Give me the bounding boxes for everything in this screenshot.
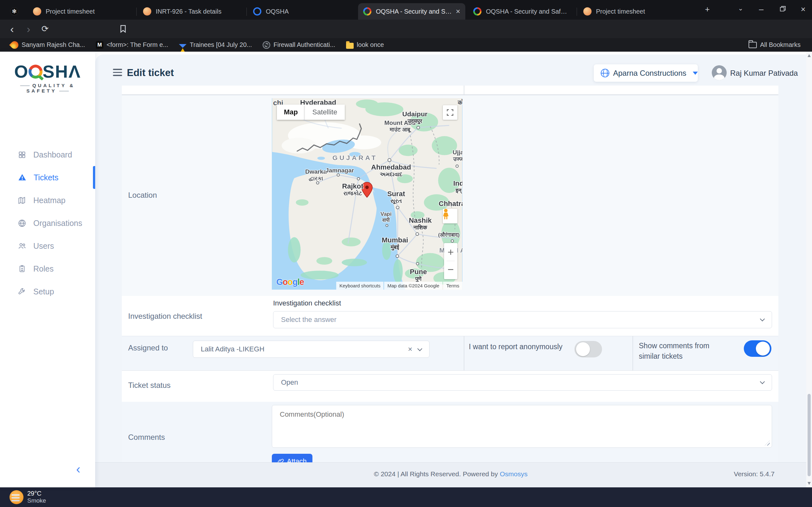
sidebar-item-label: Organisations [33, 219, 82, 228]
map-canvas[interactable] [272, 98, 462, 290]
window-close-button[interactable]: × [797, 4, 809, 14]
pegman-streetview-control[interactable] [443, 209, 457, 223]
fullscreen-button[interactable] [443, 105, 457, 120]
taskbar-weather[interactable]: 29°C Smoke [9, 490, 46, 504]
bookmark-icon[interactable] [119, 24, 128, 35]
ticket-status-value: Open [281, 378, 298, 387]
pinned-tab-chatgpt[interactable]: ✻ [4, 3, 25, 20]
all-bookmarks-button[interactable]: All Bookmarks [749, 41, 801, 49]
tab-close-icon[interactable]: × [456, 7, 460, 16]
keyboard-shortcuts-link[interactable]: Keyboard shortcuts [336, 282, 384, 290]
map-type-button[interactable]: Map [277, 105, 305, 120]
form-row-investigation: Investigation checklist Investigation ch… [122, 296, 778, 336]
chevron-down-icon [760, 379, 765, 384]
sidebar-item-organisations[interactable]: Organisations [0, 212, 95, 234]
all-bookmarks-label: All Bookmarks [760, 41, 801, 49]
tab-divider [577, 8, 577, 16]
investigation-select[interactable]: Select the answer [273, 311, 772, 328]
sidebar-item-heatmap[interactable]: Heatmap [0, 189, 95, 212]
sidebar-item-label: Setup [33, 287, 54, 296]
tab-oqsha-security-2[interactable]: OQSHA - Security and Safety | Rapi [468, 3, 575, 20]
logo-tagline: —— QUALITY & SAFETY —— [0, 83, 95, 94]
show-comments-toggle[interactable] [744, 340, 771, 357]
tab-project-timesheet[interactable]: Project timesheet [28, 3, 135, 20]
clear-icon[interactable]: × [408, 345, 412, 354]
bookmark-label: Sanyam Rajesh Cha... [21, 41, 85, 49]
peach-icon [33, 7, 41, 15]
osmosys-link[interactable]: Osmosys [500, 470, 528, 477]
flame-icon [9, 40, 20, 50]
toggle-knob [576, 342, 590, 356]
anonymous-toggle[interactable] [574, 341, 602, 357]
user-avatar[interactable] [712, 65, 727, 80]
sidebar-item-setup[interactable]: Setup [0, 280, 95, 303]
ticket-status-select[interactable]: Open [273, 374, 772, 391]
zoom-in-button[interactable]: + [444, 243, 457, 261]
tab-oqsha-security-active[interactable]: OQSHA - Security and Safety | I × [358, 3, 465, 20]
weather-icon [9, 490, 23, 504]
map-icon [18, 196, 26, 205]
tab-divider [136, 8, 137, 16]
bookmark-item[interactable]: look once [346, 41, 384, 49]
bookmark-item[interactable]: Sanyam Rajesh Cha... [11, 41, 85, 49]
map-data-text: Map data ©2024 Google [384, 282, 443, 290]
investigation-row-label: Investigation checklist [128, 312, 202, 321]
chevron-down-icon[interactable] [417, 346, 422, 351]
chatgpt-icon: ✻ [10, 7, 18, 15]
window-restore-button[interactable] [776, 4, 789, 14]
oqsha-ring-icon [253, 7, 261, 15]
terms-link[interactable]: Terms [443, 282, 462, 290]
sidebar-item-tickets[interactable]: Tickets [0, 166, 95, 189]
sidebar-item-dashboard[interactable]: Dashboard [0, 143, 95, 166]
copyright-text: © 2024 | All Rights Reserved. Powered by [374, 470, 498, 477]
bookmark-label: Trainees [04 July 20... [190, 41, 252, 49]
sidebar-item-users[interactable]: Users [0, 234, 95, 257]
new-tab-button[interactable]: + [701, 4, 714, 14]
forward-icon[interactable]: › [22, 20, 35, 38]
sidebar-collapse-icon[interactable]: ‹ [76, 462, 80, 476]
bookmark-item[interactable]: Trainees [04 July 20... [179, 41, 252, 49]
form-row-status: Ticket status Open [122, 371, 778, 402]
mdn-icon: M [96, 41, 103, 49]
sidebar-item-label: Tickets [34, 173, 58, 182]
row-divider [464, 86, 464, 95]
active-indicator [93, 166, 95, 189]
row-divider [632, 336, 633, 371]
tab-title: OQSHA - Security and Safety | Rapi [486, 8, 570, 15]
assigned-to-value: Lalit Aditya -LIKEGH [201, 345, 264, 353]
form-row-comments: Comments [122, 402, 778, 462]
sidebar-item-label: Users [33, 241, 54, 250]
scrollbar-thumb[interactable] [808, 394, 811, 476]
zoom-out-button[interactable]: − [444, 261, 457, 279]
page-scrollbar[interactable] [806, 52, 812, 487]
location-label: Location [128, 191, 157, 200]
investigation-select-value: Select the answer [281, 316, 337, 324]
comments-textarea[interactable] [272, 405, 772, 447]
user-name: Raj Kumar Pativada [730, 69, 798, 78]
peach-icon [583, 7, 592, 15]
browser-tabstrip: ✻ Project timesheet INRT-926 - Task deta… [0, 0, 812, 20]
menu-toggle-icon[interactable] [113, 69, 122, 78]
app-footer: © 2024 | All Rights Reserved. Powered by… [95, 462, 806, 487]
globe-icon [18, 219, 26, 228]
tab-oqsha[interactable]: OQSHA [248, 3, 355, 20]
scroll-down-icon[interactable] [808, 482, 811, 485]
tab-inrt-926[interactable]: INRT-926 - Task details [138, 3, 245, 20]
bookmark-item[interactable]: Firewall Authenticati... [263, 41, 335, 49]
sidebar-item-roles[interactable]: Roles [0, 257, 95, 280]
satellite-type-button[interactable]: Satellite [305, 105, 345, 120]
organisation-selector[interactable]: Aparna Constructions [594, 64, 698, 82]
google-map[interactable]: chi Hyderabad Mount Abuमाउंट आबू Udaipur… [272, 98, 462, 290]
bookmark-item[interactable]: M <form>: The Form e... [96, 41, 168, 49]
reload-icon[interactable]: ⟳ [39, 20, 51, 38]
tab-search-chevron-icon[interactable]: ⌄ [734, 4, 747, 12]
assigned-to-dropdown[interactable]: Lalit Aditya -LIKEGH × [193, 341, 429, 358]
google-logo[interactable]: Google [276, 277, 304, 287]
id-badge-icon [18, 265, 26, 273]
window-minimize-button[interactable]: – [755, 4, 768, 14]
bookmark-label: <form>: The Form e... [107, 41, 168, 49]
back-icon[interactable]: ‹ [6, 20, 18, 38]
ticket-warning-icon [18, 173, 27, 182]
scroll-up-icon[interactable] [808, 54, 811, 57]
tab-project-timesheet-2[interactable]: Project timesheet [578, 3, 686, 20]
